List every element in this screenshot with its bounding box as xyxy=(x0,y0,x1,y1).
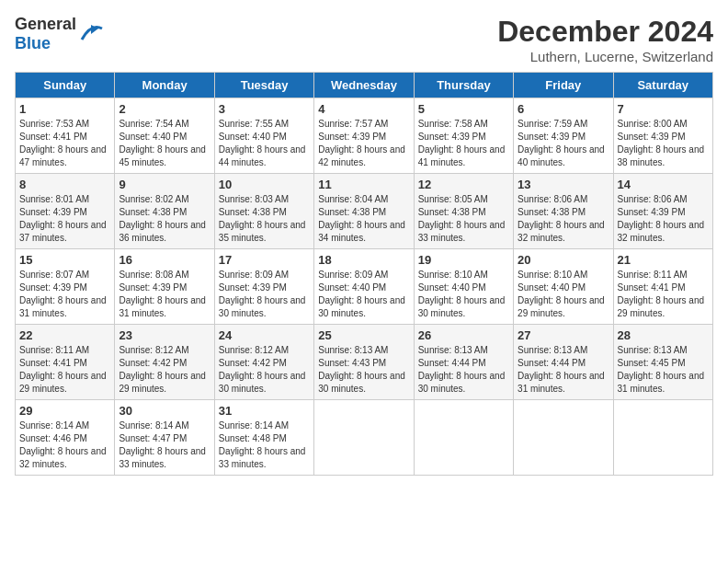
day-cell: 20 Sunrise: 8:10 AM Sunset: 4:40 PM Dayl… xyxy=(514,249,613,325)
day-number: 29 xyxy=(19,404,110,418)
day-number: 23 xyxy=(119,328,210,342)
sunset-label: Sunset: 4:46 PM xyxy=(19,433,87,443)
day-number: 6 xyxy=(518,102,609,116)
sunset-label: Sunset: 4:48 PM xyxy=(219,433,287,443)
day-cell: 30 Sunrise: 8:14 AM Sunset: 4:47 PM Dayl… xyxy=(115,400,214,476)
sunrise-label: Sunrise: 8:14 AM xyxy=(19,420,89,431)
day-number: 1 xyxy=(19,102,110,116)
daylight-label: Daylight: 8 hours and 32 minutes. xyxy=(19,446,107,469)
week-row-3: 15 Sunrise: 8:07 AM Sunset: 4:39 PM Dayl… xyxy=(16,249,713,325)
day-number: 15 xyxy=(19,253,110,267)
day-cell: 6 Sunrise: 7:59 AM Sunset: 4:39 PM Dayli… xyxy=(514,98,613,174)
day-number: 3 xyxy=(219,102,310,116)
day-number: 24 xyxy=(219,328,310,342)
daylight-label: Daylight: 8 hours and 33 minutes. xyxy=(119,446,206,469)
day-info: Sunrise: 8:00 AM Sunset: 4:39 PM Dayligh… xyxy=(618,118,709,169)
day-cell: 21 Sunrise: 8:11 AM Sunset: 4:41 PM Dayl… xyxy=(613,249,712,325)
day-info: Sunrise: 8:09 AM Sunset: 4:39 PM Dayligh… xyxy=(219,269,310,320)
day-cell: 14 Sunrise: 8:06 AM Sunset: 4:39 PM Dayl… xyxy=(613,174,712,249)
sunrise-label: Sunrise: 8:11 AM xyxy=(19,345,89,355)
day-number: 17 xyxy=(219,253,310,267)
sunrise-label: Sunrise: 8:00 AM xyxy=(618,119,688,129)
sunrise-label: Sunrise: 8:06 AM xyxy=(618,194,688,204)
sunrise-label: Sunrise: 8:14 AM xyxy=(219,420,289,431)
sunrise-label: Sunrise: 8:12 AM xyxy=(219,345,289,355)
day-number: 4 xyxy=(318,102,409,116)
week-row-1: 1 Sunrise: 7:53 AM Sunset: 4:41 PM Dayli… xyxy=(16,98,713,174)
day-cell: 28 Sunrise: 8:13 AM Sunset: 4:45 PM Dayl… xyxy=(613,325,712,400)
day-cell xyxy=(414,400,513,476)
sunrise-label: Sunrise: 8:05 AM xyxy=(418,194,488,204)
day-cell: 29 Sunrise: 8:14 AM Sunset: 4:46 PM Dayl… xyxy=(16,400,115,476)
day-cell: 7 Sunrise: 8:00 AM Sunset: 4:39 PM Dayli… xyxy=(613,98,712,174)
sunrise-label: Sunrise: 8:13 AM xyxy=(318,345,388,355)
day-info: Sunrise: 7:53 AM Sunset: 4:41 PM Dayligh… xyxy=(19,118,110,169)
sunset-label: Sunset: 4:39 PM xyxy=(219,282,287,293)
day-number: 11 xyxy=(318,178,409,191)
day-number: 19 xyxy=(418,253,509,267)
day-number: 20 xyxy=(518,253,609,267)
logo-blue: Blue xyxy=(15,34,51,52)
day-info: Sunrise: 7:55 AM Sunset: 4:40 PM Dayligh… xyxy=(219,118,310,169)
sunset-label: Sunset: 4:42 PM xyxy=(119,358,187,368)
day-number: 10 xyxy=(219,178,310,191)
day-cell: 31 Sunrise: 8:14 AM Sunset: 4:48 PM Dayl… xyxy=(214,400,313,476)
daylight-label: Daylight: 8 hours and 31 minutes. xyxy=(19,295,107,318)
day-info: Sunrise: 8:05 AM Sunset: 4:38 PM Dayligh… xyxy=(418,193,509,245)
sunset-label: Sunset: 4:38 PM xyxy=(318,207,386,217)
day-info: Sunrise: 7:54 AM Sunset: 4:40 PM Dayligh… xyxy=(119,118,210,169)
sunset-label: Sunset: 4:39 PM xyxy=(119,282,187,293)
title-area: December 2024 Luthern, Lucerne, Switzerl… xyxy=(497,15,713,64)
day-number: 14 xyxy=(618,178,709,191)
calendar-table: Sunday Monday Tuesday Wednesday Thursday… xyxy=(15,72,713,476)
daylight-label: Daylight: 8 hours and 34 minutes. xyxy=(318,220,405,243)
daylight-label: Daylight: 8 hours and 42 minutes. xyxy=(318,144,405,167)
daylight-label: Daylight: 8 hours and 33 minutes. xyxy=(219,446,306,469)
daylight-label: Daylight: 8 hours and 44 minutes. xyxy=(219,144,306,167)
day-number: 2 xyxy=(119,102,210,116)
day-info: Sunrise: 8:12 AM Sunset: 4:42 PM Dayligh… xyxy=(119,344,210,396)
day-info: Sunrise: 7:59 AM Sunset: 4:39 PM Dayligh… xyxy=(518,118,609,169)
day-info: Sunrise: 7:58 AM Sunset: 4:39 PM Dayligh… xyxy=(418,118,509,169)
sunrise-label: Sunrise: 7:59 AM xyxy=(518,119,587,129)
day-cell: 11 Sunrise: 8:04 AM Sunset: 4:38 PM Dayl… xyxy=(314,174,414,249)
day-info: Sunrise: 8:13 AM Sunset: 4:43 PM Dayligh… xyxy=(318,344,409,396)
col-friday: Friday xyxy=(514,73,613,98)
day-number: 25 xyxy=(318,328,409,342)
daylight-label: Daylight: 8 hours and 38 minutes. xyxy=(618,144,705,167)
day-info: Sunrise: 8:14 AM Sunset: 4:47 PM Dayligh… xyxy=(119,419,210,471)
sunset-label: Sunset: 4:45 PM xyxy=(618,358,686,368)
daylight-label: Daylight: 8 hours and 33 minutes. xyxy=(418,220,506,243)
sunset-label: Sunset: 4:40 PM xyxy=(119,132,187,142)
sunset-label: Sunset: 4:40 PM xyxy=(518,282,586,293)
sunset-label: Sunset: 4:40 PM xyxy=(318,282,386,293)
sunset-label: Sunset: 4:39 PM xyxy=(618,207,686,217)
col-thursday: Thursday xyxy=(414,73,513,98)
day-cell: 16 Sunrise: 8:08 AM Sunset: 4:39 PM Dayl… xyxy=(115,249,214,325)
day-number: 21 xyxy=(618,253,709,267)
day-info: Sunrise: 8:10 AM Sunset: 4:40 PM Dayligh… xyxy=(518,269,609,320)
daylight-label: Daylight: 8 hours and 45 minutes. xyxy=(119,144,206,167)
sunrise-label: Sunrise: 7:57 AM xyxy=(318,119,388,129)
sunset-label: Sunset: 4:44 PM xyxy=(518,358,586,368)
sunset-label: Sunset: 4:38 PM xyxy=(119,207,187,217)
sunset-label: Sunset: 4:39 PM xyxy=(618,132,686,142)
sunrise-label: Sunrise: 8:10 AM xyxy=(518,270,587,280)
sunrise-label: Sunrise: 7:55 AM xyxy=(219,119,289,129)
day-cell: 5 Sunrise: 7:58 AM Sunset: 4:39 PM Dayli… xyxy=(414,98,513,174)
day-number: 5 xyxy=(418,102,509,116)
day-cell: 1 Sunrise: 7:53 AM Sunset: 4:41 PM Dayli… xyxy=(16,98,115,174)
sunrise-label: Sunrise: 8:06 AM xyxy=(518,194,587,204)
sunrise-label: Sunrise: 8:01 AM xyxy=(19,194,89,204)
day-info: Sunrise: 7:57 AM Sunset: 4:39 PM Dayligh… xyxy=(318,118,409,169)
day-cell xyxy=(613,400,712,476)
daylight-label: Daylight: 8 hours and 30 minutes. xyxy=(219,295,306,318)
day-number: 16 xyxy=(119,253,210,267)
day-cell: 9 Sunrise: 8:02 AM Sunset: 4:38 PM Dayli… xyxy=(115,174,214,249)
day-info: Sunrise: 8:11 AM Sunset: 4:41 PM Dayligh… xyxy=(19,344,110,396)
day-cell: 24 Sunrise: 8:12 AM Sunset: 4:42 PM Dayl… xyxy=(214,325,313,400)
day-cell: 13 Sunrise: 8:06 AM Sunset: 4:38 PM Dayl… xyxy=(514,174,613,249)
day-cell: 25 Sunrise: 8:13 AM Sunset: 4:43 PM Dayl… xyxy=(314,325,414,400)
day-cell: 10 Sunrise: 8:03 AM Sunset: 4:38 PM Dayl… xyxy=(214,174,313,249)
day-number: 7 xyxy=(618,102,709,116)
